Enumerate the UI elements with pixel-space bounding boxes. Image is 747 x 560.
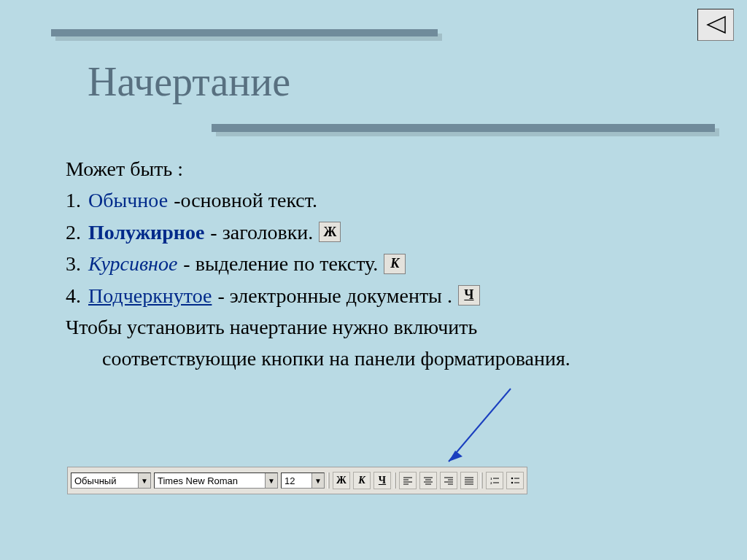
keyword-underline: Подчеркнутое [88,280,212,311]
decorative-bar-top [51,29,438,36]
item-desc: - заголовки. [210,217,313,248]
back-arrow-icon [705,15,727,34]
list-item: 2.Полужирное- заголовки. Ж [66,217,678,248]
item-desc: - электронные документы . [217,280,452,311]
svg-marker-2 [449,451,462,462]
align-center-button[interactable] [419,472,437,489]
font-combobox[interactable]: Times New Roman ▼ [154,472,278,489]
list-item: 3.Курсивное- выделение по тексту. К [66,248,678,279]
svg-line-1 [449,389,511,462]
svg-text:1: 1 [490,477,492,481]
slide-title: Начертание [88,58,290,105]
keyword-italic: Курсивное [88,248,177,279]
size-value: 12 [285,475,295,486]
align-right-button[interactable] [440,472,457,489]
separator [328,472,330,489]
item-number: 2. [66,217,81,248]
item-number: 1. [66,184,81,216]
underline-icon: Ч [458,285,480,306]
list-item: 4.Подчеркнутое- электронные документы . … [66,280,678,311]
bold-icon: Ж [319,222,341,242]
bold-button[interactable]: Ж [333,472,350,489]
item-desc: -основной текст. [174,184,317,216]
align-left-button[interactable] [399,472,417,489]
outro-text-2: соответствующие кнопки на панели формати… [66,343,678,374]
outro-text-1: Чтобы установить начертание нужно включи… [66,311,678,343]
svg-marker-0 [708,17,725,33]
font-value: Times New Roman [158,475,238,486]
svg-point-23 [511,478,514,480]
numbered-list-button[interactable]: 12 [486,472,503,489]
chevron-down-icon: ▼ [265,473,277,488]
separator [481,472,483,489]
style-value: Обычный [74,475,116,486]
svg-point-24 [511,482,514,484]
italic-button[interactable]: К [353,472,371,489]
chevron-down-icon: ▼ [311,473,324,488]
align-justify-button[interactable] [460,472,478,489]
italic-icon: К [384,254,406,274]
separator [394,472,396,489]
pointer-arrow-icon [430,385,518,472]
underline-button[interactable]: Ч [374,472,391,489]
svg-text:2: 2 [490,481,492,485]
intro-text: Может быть : [66,153,678,184]
formatting-toolbar: Обычный ▼ Times New Roman ▼ 12 ▼ Ж К Ч 1… [67,467,527,494]
keyword-normal: Обычное [88,184,168,216]
decorative-bar-mid [212,124,715,132]
chevron-down-icon: ▼ [138,473,150,488]
list-item: 1.Обычное-основной текст. [66,184,678,216]
keyword-bold: Полужирное [88,217,204,248]
size-combobox[interactable]: 12 ▼ [281,472,325,489]
slide-body: Может быть : 1.Обычное-основной текст. 2… [66,153,678,375]
item-desc: - выделение по тексту. [183,248,378,279]
item-number: 4. [66,280,81,311]
item-number: 3. [66,248,81,279]
nav-back-button[interactable] [697,9,734,41]
bulleted-list-button[interactable] [506,472,524,489]
style-combobox[interactable]: Обычный ▼ [71,472,151,489]
